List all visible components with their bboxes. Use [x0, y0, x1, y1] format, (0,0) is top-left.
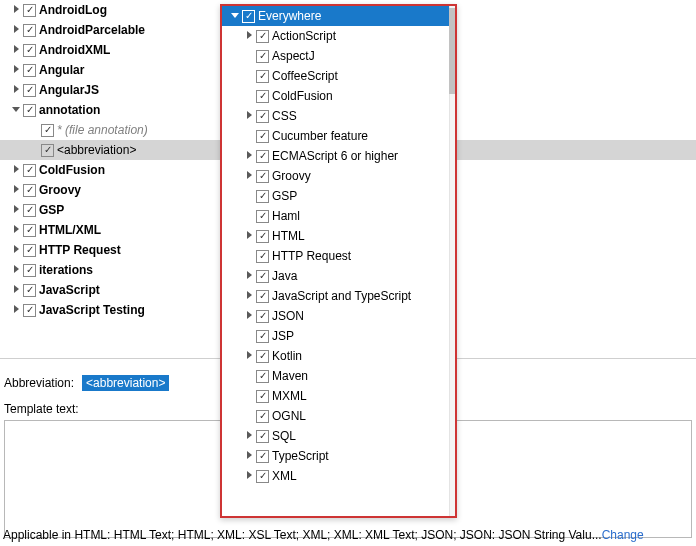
chevron-right-icon[interactable] — [9, 43, 23, 57]
checkbox[interactable] — [23, 304, 36, 317]
popup-scrollbar[interactable] — [449, 6, 455, 516]
checkbox[interactable] — [256, 170, 269, 183]
chevron-right-icon[interactable] — [9, 23, 23, 37]
chevron-right-icon[interactable] — [242, 449, 256, 463]
checkbox[interactable] — [256, 390, 269, 403]
chevron-down-icon[interactable] — [228, 9, 242, 23]
popup-item-label: JavaScript and TypeScript — [272, 289, 411, 303]
chevron-right-icon[interactable] — [242, 229, 256, 243]
chevron-right-icon[interactable] — [242, 309, 256, 323]
checkbox[interactable] — [256, 410, 269, 423]
popup-item[interactable]: ▶MXML — [222, 386, 449, 406]
checkbox[interactable] — [23, 164, 36, 177]
popup-item[interactable]: Kotlin — [222, 346, 449, 366]
popup-item[interactable]: JavaScript and TypeScript — [222, 286, 449, 306]
chevron-right-icon[interactable] — [9, 223, 23, 237]
chevron-right-icon[interactable] — [9, 3, 23, 17]
popup-item-label: Kotlin — [272, 349, 302, 363]
checkbox[interactable] — [256, 270, 269, 283]
chevron-right-icon[interactable] — [9, 63, 23, 77]
checkbox[interactable] — [256, 310, 269, 323]
popup-item[interactable]: Java — [222, 266, 449, 286]
chevron-right-icon[interactable] — [9, 263, 23, 277]
popup-item[interactable]: TypeScript — [222, 446, 449, 466]
checkbox[interactable] — [41, 124, 54, 137]
chevron-right-icon[interactable] — [242, 149, 256, 163]
checkbox[interactable] — [256, 90, 269, 103]
popup-item[interactable]: JSON — [222, 306, 449, 326]
chevron-right-icon[interactable] — [9, 283, 23, 297]
checkbox[interactable] — [23, 284, 36, 297]
chevron-right-icon[interactable] — [242, 469, 256, 483]
chevron-right-icon[interactable] — [9, 243, 23, 257]
tree-item-label: GSP — [39, 203, 64, 217]
checkbox[interactable] — [23, 224, 36, 237]
checkbox[interactable] — [256, 250, 269, 263]
popup-item-everywhere[interactable]: Everywhere — [222, 6, 449, 26]
checkbox[interactable] — [23, 184, 36, 197]
chevron-right-icon[interactable] — [242, 429, 256, 443]
checkbox[interactable] — [256, 430, 269, 443]
popup-item[interactable]: Groovy — [222, 166, 449, 186]
checkbox[interactable] — [256, 50, 269, 63]
checkbox[interactable] — [41, 144, 54, 157]
checkbox[interactable] — [256, 70, 269, 83]
popup-item[interactable]: ▶AspectJ — [222, 46, 449, 66]
chevron-right-icon[interactable] — [9, 83, 23, 97]
checkbox[interactable] — [256, 230, 269, 243]
checkbox[interactable] — [23, 244, 36, 257]
popup-item[interactable]: ActionScript — [222, 26, 449, 46]
popup-item[interactable]: ▶JSP — [222, 326, 449, 346]
popup-item[interactable]: ▶CoffeeScript — [222, 66, 449, 86]
checkbox[interactable] — [256, 190, 269, 203]
checkbox[interactable] — [256, 350, 269, 363]
applicable-text: Applicable in HTML: HTML Text; HTML; XML… — [3, 528, 602, 542]
chevron-right-icon[interactable] — [9, 183, 23, 197]
checkbox[interactable] — [256, 150, 269, 163]
chevron-right-icon[interactable] — [242, 349, 256, 363]
chevron-down-icon[interactable] — [9, 103, 23, 117]
chevron-right-icon[interactable] — [242, 109, 256, 123]
checkbox[interactable] — [256, 30, 269, 43]
chevron-right-icon[interactable] — [242, 289, 256, 303]
checkbox[interactable] — [23, 64, 36, 77]
popup-item[interactable]: ▶Haml — [222, 206, 449, 226]
checkbox[interactable] — [256, 130, 269, 143]
checkbox[interactable] — [23, 204, 36, 217]
chevron-right-icon[interactable] — [9, 203, 23, 217]
popup-item[interactable]: ▶HTTP Request — [222, 246, 449, 266]
popup-item-label: Maven — [272, 369, 308, 383]
popup-item[interactable]: ▶GSP — [222, 186, 449, 206]
chevron-right-icon[interactable] — [9, 303, 23, 317]
chevron-right-icon[interactable] — [242, 169, 256, 183]
chevron-right-icon[interactable] — [242, 269, 256, 283]
change-link[interactable]: Change — [602, 528, 644, 542]
popup-item[interactable]: XML — [222, 466, 449, 486]
checkbox[interactable] — [23, 264, 36, 277]
popup-item[interactable]: SQL — [222, 426, 449, 446]
checkbox[interactable] — [23, 84, 36, 97]
popup-item[interactable]: CSS — [222, 106, 449, 126]
popup-item[interactable]: HTML — [222, 226, 449, 246]
chevron-right-icon[interactable] — [242, 29, 256, 43]
checkbox[interactable] — [256, 470, 269, 483]
popup-item[interactable]: ▶Cucumber feature — [222, 126, 449, 146]
checkbox[interactable] — [256, 370, 269, 383]
popup-item[interactable]: ECMAScript 6 or higher — [222, 146, 449, 166]
popup-item[interactable]: ▶ColdFusion — [222, 86, 449, 106]
checkbox[interactable] — [242, 10, 255, 23]
popup-item[interactable]: ▶Maven — [222, 366, 449, 386]
checkbox[interactable] — [23, 24, 36, 37]
checkbox[interactable] — [256, 330, 269, 343]
checkbox[interactable] — [256, 290, 269, 303]
checkbox[interactable] — [23, 104, 36, 117]
chevron-right-icon[interactable] — [9, 163, 23, 177]
checkbox[interactable] — [256, 110, 269, 123]
scrollbar-thumb[interactable] — [449, 8, 455, 94]
checkbox[interactable] — [23, 44, 36, 57]
checkbox[interactable] — [256, 210, 269, 223]
checkbox[interactable] — [256, 450, 269, 463]
checkbox[interactable] — [23, 4, 36, 17]
abbreviation-input[interactable]: <abbreviation> — [82, 375, 169, 391]
popup-item[interactable]: ▶OGNL — [222, 406, 449, 426]
